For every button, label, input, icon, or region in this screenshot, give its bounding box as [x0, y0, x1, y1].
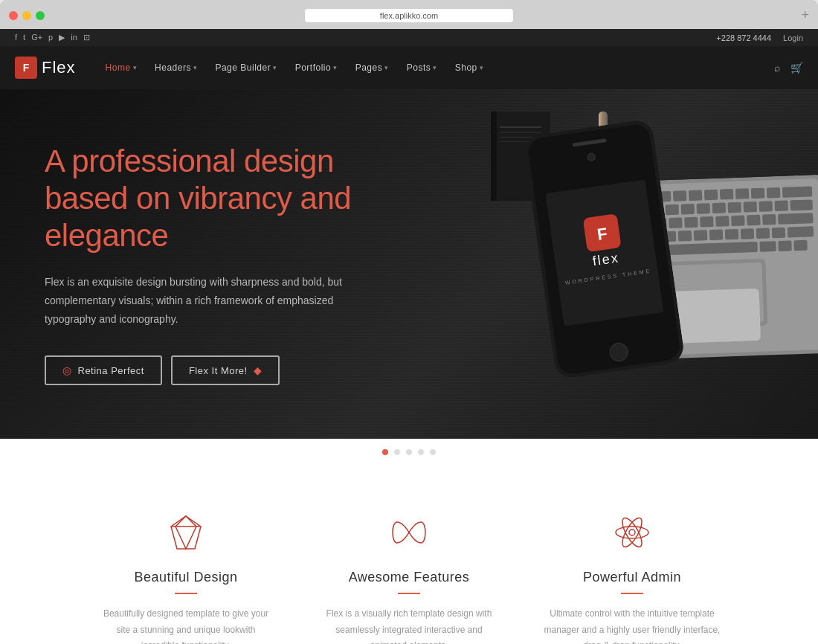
social-linkedin[interactable]: in — [71, 33, 77, 42]
nav-portfolio-chevron: ▾ — [333, 64, 338, 71]
nav-shop-chevron: ▾ — [480, 64, 484, 71]
social-pinterest[interactable]: p — [48, 33, 53, 42]
nav-portfolio[interactable]: Portfolio ▾ — [288, 57, 345, 79]
svg-rect-44 — [700, 216, 713, 228]
feature-beautiful-design-title: Beautiful Design — [97, 570, 275, 585]
feature-powerful-admin-desc: Ultimate control with the intuitive temp… — [543, 606, 721, 644]
svg-rect-56 — [725, 229, 738, 240]
nav-items: Home ▾ Headers ▾ Page Builder ▾ Portfoli… — [98, 57, 774, 79]
svg-rect-47 — [747, 215, 760, 226]
cart-icon[interactable]: 🛒 — [790, 62, 803, 74]
svg-point-80 — [629, 529, 635, 535]
flex-button-label: Flex It More! — [189, 365, 248, 376]
nav-pages-chevron: ▾ — [384, 64, 389, 71]
feature-beautiful-design-underline — [175, 593, 197, 594]
svg-rect-23 — [735, 188, 749, 199]
atom-icon — [543, 510, 721, 555]
diamond-icon — [97, 510, 275, 555]
features-section: Beautiful Design Beautifully designed te… — [0, 466, 818, 644]
svg-rect-32 — [697, 203, 710, 214]
login-link[interactable]: Login — [783, 33, 803, 42]
svg-rect-72 — [491, 112, 497, 201]
svg-rect-46 — [731, 216, 744, 227]
svg-rect-35 — [744, 202, 757, 213]
svg-rect-19 — [673, 190, 686, 202]
slider-dots — [0, 439, 818, 466]
infinity-icon — [320, 510, 498, 555]
browser-titlebar: flex.aplikko.com + — [0, 7, 818, 29]
slider-dot-2[interactable] — [394, 449, 400, 455]
nav-posts-label: Posts — [407, 62, 431, 73]
diamond-small-icon: ◆ — [254, 364, 263, 376]
svg-rect-74 — [500, 132, 541, 133]
feature-powerful-admin-underline — [621, 593, 643, 594]
slider-dot-4[interactable] — [418, 449, 424, 455]
social-facebook[interactable]: f — [15, 33, 17, 42]
feature-beautiful-design-desc: Beautifully designed template to give yo… — [97, 606, 275, 644]
svg-rect-37 — [774, 200, 788, 211]
social-youtube[interactable]: ▶ — [59, 33, 65, 42]
nav-shop-label: Shop — [455, 62, 477, 73]
phone-number: +228 872 4444 — [716, 33, 771, 42]
hero-buttons: ◎ Retina Perfect Flex It More! ◆ — [45, 355, 364, 385]
svg-rect-48 — [762, 214, 776, 225]
svg-rect-26 — [782, 186, 812, 197]
nav-posts[interactable]: Posts ▾ — [399, 57, 445, 79]
dot-maximize[interactable] — [36, 11, 45, 20]
search-icon[interactable]: ⌕ — [774, 62, 780, 74]
nav-shop[interactable]: Shop ▾ — [448, 57, 492, 79]
svg-rect-54 — [694, 230, 707, 241]
svg-point-81 — [616, 527, 648, 538]
retina-button-label: Retina Perfect — [78, 365, 144, 376]
slider-dot-5[interactable] — [430, 449, 436, 455]
topbar-right: +228 872 4444 Login — [716, 33, 803, 42]
nav-portfolio-label: Portfolio — [295, 62, 332, 73]
svg-rect-42 — [669, 217, 682, 228]
hero-description: Flex is an exquisite design bursting wit… — [45, 273, 357, 329]
hero-content: A professional design based on vibrancy … — [0, 143, 409, 386]
nav-icon-group: ⌕ 🛒 — [774, 62, 803, 74]
svg-rect-24 — [751, 188, 764, 199]
nav-page-builder[interactable]: Page Builder ▾ — [207, 57, 284, 79]
svg-rect-57 — [741, 228, 754, 239]
svg-rect-73 — [500, 126, 541, 128]
retina-perfect-button[interactable]: ◎ Retina Perfect — [45, 355, 162, 385]
social-twitter[interactable]: t — [23, 33, 25, 42]
nav-home-label: Home — [106, 62, 131, 73]
nav-pages-label: Pages — [355, 62, 383, 73]
svg-rect-60 — [788, 226, 814, 237]
svg-rect-30 — [666, 205, 679, 216]
url-bar[interactable]: flex.aplikko.com — [305, 9, 513, 22]
dot-close[interactable] — [9, 11, 18, 20]
svg-rect-59 — [772, 228, 785, 239]
hero-title: A professional design based on vibrancy … — [45, 143, 364, 255]
nav-headers[interactable]: Headers ▾ — [147, 57, 204, 79]
feature-awesome-features: Awesome Features Flex is a visually rich… — [297, 510, 521, 644]
phone-mockup: F flex WORDPRESS THEME — [523, 118, 686, 382]
feature-beautiful-design: Beautiful Design Beautifully designed te… — [74, 510, 297, 644]
svg-rect-45 — [715, 216, 729, 227]
nav-home-chevron: ▾ — [133, 64, 138, 71]
social-links: f t G+ p ▶ in ⊡ — [15, 33, 90, 42]
slider-dot-1[interactable] — [382, 449, 388, 455]
flex-it-more-button[interactable]: Flex It More! ◆ — [171, 355, 280, 385]
hero-section: F flex WORDPRESS THEME — [0, 89, 818, 439]
svg-rect-31 — [681, 204, 695, 215]
new-tab-button[interactable]: + — [801, 7, 809, 23]
svg-rect-58 — [756, 228, 770, 239]
slider-dot-3[interactable] — [406, 449, 412, 455]
feature-powerful-admin: Powerful Admin Ultimate control with the… — [521, 510, 744, 644]
svg-rect-43 — [684, 217, 698, 228]
logo[interactable]: F Flex — [15, 57, 76, 79]
social-googleplus[interactable]: G+ — [31, 33, 42, 42]
nav-home[interactable]: Home ▾ — [98, 57, 145, 79]
social-other[interactable]: ⊡ — [83, 33, 90, 42]
logo-icon: F — [15, 57, 37, 79]
svg-rect-49 — [778, 213, 813, 225]
nav-pages[interactable]: Pages ▾ — [348, 57, 396, 79]
browser-frame: flex.aplikko.com + — [0, 0, 818, 29]
svg-rect-21 — [704, 190, 718, 201]
svg-rect-55 — [709, 230, 723, 241]
nav-posts-chevron: ▾ — [433, 64, 437, 71]
dot-minimize[interactable] — [22, 11, 31, 20]
